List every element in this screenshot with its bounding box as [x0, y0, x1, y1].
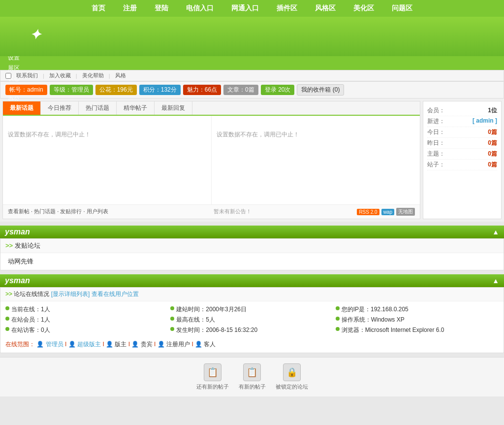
- top-nav-电信入口[interactable]: 电信入口: [186, 4, 214, 12]
- coins-badge: 公花：196元: [95, 85, 137, 95]
- top-nav-首页[interactable]: 首页: [92, 4, 105, 12]
- tab-recommended[interactable]: 今日推荐: [41, 101, 79, 115]
- dot-time: [170, 327, 174, 331]
- today-label: 今日：: [427, 128, 445, 136]
- top-nav-注册[interactable]: 注册: [123, 4, 137, 12]
- role-mod[interactable]: 版主: [115, 341, 126, 348]
- online-os: 操作系统：Windows XP: [336, 316, 499, 324]
- top-nav-风格区[interactable]: 风格区: [315, 4, 336, 12]
- online-max: 最高在线：5人: [170, 316, 333, 324]
- role-admin[interactable]: 管理员: [46, 341, 63, 348]
- locked-forum-icon-btn[interactable]: 🔒 被锁定的论坛: [276, 363, 308, 391]
- tab-hot-topics[interactable]: 热门话题: [79, 101, 117, 115]
- role-user[interactable]: 注册用户: [166, 341, 190, 348]
- user-info-bar: 帐号：admin 等级：管理员 公花：196元 积分：132分 魅力：66点 文…: [0, 81, 504, 98]
- bottom-icons-area: 📋 还有新的帖子 📋 有新的帖子 🔒 被锁定的论坛: [0, 357, 504, 396]
- online-guests: 在站访客：0人: [5, 326, 168, 334]
- dot-members: [5, 317, 9, 321]
- station-stat: 站子： 0篇: [427, 160, 497, 170]
- role-guest[interactable]: 客人: [204, 341, 216, 348]
- view-new-posts-link[interactable]: 查看新帖: [8, 208, 30, 214]
- yesterday-stat: 昨日： 0篇: [427, 138, 497, 149]
- left-panel: 设置数据不存在，调用已中止！: [3, 116, 212, 204]
- tab-latest-topics[interactable]: 最新话题: [3, 101, 41, 115]
- tab-latest-replies[interactable]: 最新回复: [155, 101, 192, 115]
- founded-text: 建站时间：2000年3月26日: [176, 305, 247, 314]
- main-panel: 最新话题 今日推荐 热门话题 精华帖子 最新回复 设置数据不存在，调用已中止！ …: [2, 101, 420, 219]
- role-user-icon[interactable]: 👤: [158, 341, 165, 348]
- level-badge: 等级：管理员: [50, 85, 93, 95]
- has-posts-label: 有新的帖子: [239, 383, 266, 391]
- bookmark-link[interactable]: 加入收藏: [49, 72, 71, 79]
- dot-os: [336, 317, 340, 321]
- contact-link[interactable]: 联系我们: [16, 72, 38, 79]
- current-online-text: 当前在线：1人: [11, 305, 50, 314]
- user-list-link[interactable]: 用户列表: [87, 208, 108, 214]
- header-area: ✦: [0, 17, 504, 56]
- login-badge: 登录 20次: [261, 85, 295, 95]
- new-posts-icon-btn[interactable]: 📋 还有新的帖子: [196, 363, 229, 391]
- new-posts-label: 还有新的帖子: [196, 383, 229, 391]
- help-link[interactable]: 美化帮助: [82, 72, 104, 79]
- bottom-links-bar: 查看新帖 · 热门话题 · 发贴排行 · 用户列表 暂未有新公告！ RSS 2.…: [3, 204, 420, 219]
- sub-navigation: 首页个人家园设置展区状态娱乐办公: [0, 56, 504, 70]
- online-section: 论坛在线情况 [显示详细列表] 查看在线用户位置 当前在线：1人 建站时间：20…: [0, 287, 504, 353]
- has-posts-icon: 📋: [243, 363, 261, 381]
- role-guest-icon[interactable]: 👤: [195, 341, 202, 348]
- post-ranking-link[interactable]: 发贴排行: [60, 208, 82, 214]
- inbox-badge[interactable]: 我的收件箱 (0): [297, 84, 344, 96]
- forum-section-title: 发贴论坛: [0, 239, 504, 253]
- role-mod-icon[interactable]: 👤: [106, 341, 113, 348]
- remember-checkbox[interactable]: [5, 73, 11, 79]
- locked-forum-icon: 🔒: [283, 363, 301, 381]
- online-members: 在站会员：1人: [5, 316, 168, 324]
- top-nav-登陆[interactable]: 登陆: [155, 4, 168, 12]
- content-area: 最新话题 今日推荐 热门话题 精华帖子 最新回复 设置数据不存在，调用已中止！ …: [0, 98, 504, 222]
- center-announcement: 暂未有新公告！: [214, 208, 252, 216]
- max-online-text: 最高在线：5人: [176, 316, 215, 324]
- dot-founded: [170, 306, 174, 310]
- top-nav-问题区[interactable]: 问题区: [392, 4, 412, 12]
- time-text: 发生时间：2006-8-15 16:32:20: [176, 326, 257, 334]
- brand-bar-2: ysman ▲: [0, 274, 504, 287]
- topic-label: 主题：: [427, 150, 445, 158]
- role-super-mod[interactable]: 超级版主: [77, 341, 101, 348]
- role-admin-icon[interactable]: 👤: [36, 341, 44, 348]
- hot-topics-link[interactable]: 热门话题: [34, 208, 56, 214]
- topic-value: 0篇: [488, 150, 497, 158]
- new-posts-icon: 📋: [204, 363, 221, 381]
- has-posts-icon-btn[interactable]: 📋 有新的帖子: [239, 363, 266, 391]
- member-label: 会员：: [427, 106, 445, 115]
- online-time: 发生时间：2006-8-15 16:32:20: [170, 326, 333, 334]
- online-roles: 在线范围： 👤 管理员 I 👤 超级版主 I 👤 版主 I 👤 贵宾 I 👤 注…: [0, 338, 504, 353]
- dot-browser: [336, 327, 340, 331]
- forum-item-dongwang[interactable]: 动网先锋: [0, 253, 504, 270]
- top-nav-美化区[interactable]: 美化区: [353, 4, 374, 12]
- dot-max: [170, 317, 174, 321]
- none-badge: 无地图: [396, 208, 415, 216]
- online-browser: 浏览器：Microsoft Internet Explorer 6.0: [336, 326, 499, 334]
- dot-guests: [5, 327, 9, 331]
- show-detail-link[interactable]: [显示详细列表]: [51, 291, 90, 297]
- style-link[interactable]: 风格: [115, 72, 126, 79]
- role-vip[interactable]: 贵宾: [141, 341, 153, 348]
- brand-name-1: ysman: [5, 228, 30, 236]
- wap-badge: wap: [381, 209, 394, 215]
- station-value: 0篇: [488, 161, 497, 169]
- members-text: 在站会员：1人: [11, 316, 50, 324]
- top-navigation: 首页注册登陆电信入口网通入口插件区风格区美化区问题区: [0, 0, 504, 17]
- role-vip-icon[interactable]: 👤: [131, 341, 139, 348]
- ip-text: 您的IP是：192.168.0.205: [342, 305, 409, 314]
- yesterday-value: 0篇: [488, 139, 497, 147]
- online-title: 论坛在线情况 [显示详细列表] 查看在线用户位置: [0, 288, 504, 301]
- top-nav-网通入口[interactable]: 网通入口: [231, 4, 259, 12]
- topic-stat: 主题： 0篇: [427, 149, 497, 160]
- no-data-left: 设置数据不存在，调用已中止！: [8, 121, 206, 149]
- role-super-mod-icon[interactable]: 👤: [68, 341, 76, 348]
- guests-text: 在站访客：0人: [11, 326, 50, 334]
- forum-tabs: 最新话题 今日推荐 热门话题 精华帖子 最新回复: [3, 101, 420, 116]
- member-value: 1位: [488, 106, 497, 115]
- tab-featured-posts[interactable]: 精华帖子: [117, 101, 155, 115]
- view-location-link[interactable]: 查看在线用户位置: [92, 291, 139, 297]
- top-nav-插件区[interactable]: 插件区: [277, 4, 297, 12]
